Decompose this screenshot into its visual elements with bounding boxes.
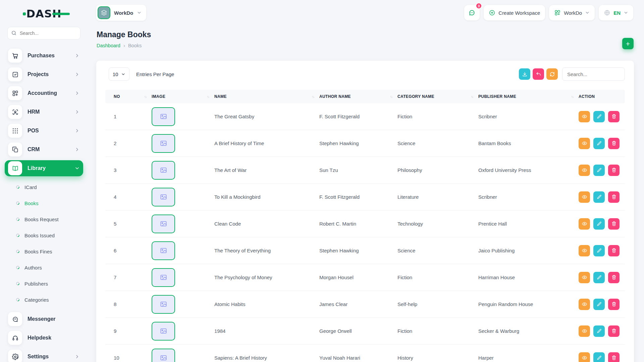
delete-button[interactable] [608, 111, 620, 122]
table-search-input[interactable] [562, 67, 625, 81]
delete-button[interactable] [608, 299, 620, 310]
sort-icon[interactable]: ↑↓ [144, 95, 147, 99]
sidebar-subitem-books[interactable]: Books [0, 195, 88, 211]
column-header-name[interactable]: NAME↑↓ [214, 94, 319, 99]
export-button[interactable] [519, 68, 530, 80]
workspace-selector[interactable]: WorkDo [96, 5, 146, 21]
delete-button[interactable] [608, 138, 620, 149]
column-header-action: ACTION [579, 94, 625, 99]
sort-icon[interactable]: ↑↓ [312, 95, 314, 99]
app-switcher-button[interactable]: WorkDo [549, 5, 595, 20]
sidebar-item-library[interactable]: Library [5, 160, 83, 176]
sidebar-search-input[interactable] [7, 27, 80, 40]
cell-category: History [397, 355, 478, 361]
sidebar-item-projects[interactable]: Projects [5, 66, 83, 82]
delete-button[interactable] [608, 272, 620, 283]
book-image-placeholder [152, 188, 175, 206]
sidebar-subitem-books-fines[interactable]: Books Fines [0, 243, 88, 259]
eye-icon [582, 194, 587, 200]
column-header-no[interactable]: NO↑↓ [105, 94, 152, 99]
sidebar-item-pos[interactable]: POS [5, 123, 83, 139]
cell-author: Stephen Hawking [319, 140, 397, 146]
sidebar-item-label: Library [28, 165, 46, 171]
cell-category: Science [397, 248, 478, 253]
column-header-publisher-name[interactable]: PUBLISHER NAME↑↓ [478, 94, 579, 99]
sort-icon[interactable]: ↑↓ [571, 95, 574, 99]
edit-button[interactable] [593, 272, 605, 283]
cell-action [579, 299, 625, 310]
edit-button[interactable] [593, 111, 605, 122]
cell-category: Fiction [397, 328, 478, 334]
sidebar-subitem-books-request[interactable]: Books Request [0, 211, 88, 227]
view-button[interactable] [579, 352, 590, 362]
view-button[interactable] [579, 218, 590, 230]
cell-author: James Clear [319, 301, 397, 307]
trash-icon [611, 194, 617, 200]
eye-icon [582, 301, 587, 307]
sidebar-subitem-icard[interactable]: ICard [0, 179, 88, 195]
edit-button[interactable] [593, 299, 605, 310]
edit-button[interactable] [593, 245, 605, 256]
column-header-image[interactable]: IMAGE↑↓ [152, 94, 214, 99]
brand-logo[interactable]: DASH [26, 7, 61, 20]
view-button[interactable] [579, 272, 590, 283]
view-button[interactable] [579, 325, 590, 337]
table-row: 7The Psychology of MoneyMorgan HouselFic… [105, 264, 625, 291]
cell-publisher: Scribner [478, 114, 579, 119]
view-button[interactable] [579, 191, 590, 203]
edit-button[interactable] [593, 191, 605, 203]
pencil-icon [596, 221, 602, 227]
view-button[interactable] [579, 299, 590, 310]
edit-button[interactable] [593, 165, 605, 176]
delete-button[interactable] [608, 325, 620, 337]
view-button[interactable] [579, 245, 590, 256]
reset-button[interactable] [533, 68, 544, 80]
sidebar-subitem-publishers[interactable]: Publishers [0, 276, 88, 292]
sidebar-subitem-categories[interactable]: Categories [0, 292, 88, 308]
sidebar-item-hrm[interactable]: HRM [5, 104, 83, 120]
delete-button[interactable] [608, 165, 620, 176]
view-button[interactable] [579, 138, 590, 149]
image-placeholder-icon [160, 300, 167, 308]
refresh-button[interactable] [546, 68, 558, 80]
view-button[interactable] [579, 165, 590, 176]
breadcrumb-dashboard-link[interactable]: Dashboard [97, 43, 120, 48]
undo-icon [536, 71, 541, 77]
breadcrumb-separator: › [123, 43, 125, 48]
entries-per-page-select[interactable]: 10 [109, 67, 129, 81]
sort-icon[interactable]: ↑↓ [471, 95, 473, 99]
delete-button[interactable] [608, 245, 620, 256]
cell-image [152, 349, 214, 362]
cell-image [152, 215, 214, 233]
sidebar-item-settings[interactable]: Settings [5, 349, 83, 362]
edit-button[interactable] [593, 218, 605, 230]
column-header-category-name[interactable]: CATEGORY NAME↑↓ [397, 94, 478, 99]
view-button[interactable] [579, 111, 590, 122]
edit-button[interactable] [593, 138, 605, 149]
sidebar-item-helpdesk[interactable]: Helpdesk [5, 330, 83, 346]
create-workspace-button[interactable]: Create Workspace [484, 5, 545, 20]
sort-icon[interactable]: ↑↓ [207, 95, 209, 99]
cell-publisher: Penguin Random House [478, 301, 579, 307]
edit-button[interactable] [593, 325, 605, 337]
cell-name: Clean Code [214, 221, 319, 227]
sort-icon[interactable]: ↑↓ [390, 95, 392, 99]
column-header-author-name[interactable]: AUTHOR NAME↑↓ [319, 94, 397, 99]
delete-button[interactable] [608, 218, 620, 230]
language-selector[interactable]: EN [599, 5, 633, 20]
delete-button[interactable] [608, 191, 620, 203]
sidebar-subitem-books-issued[interactable]: Books Issued [0, 227, 88, 243]
image-placeholder-icon [160, 327, 167, 335]
sidebar-item-accounting[interactable]: Accounting [5, 85, 83, 101]
add-book-button[interactable]: + [622, 38, 634, 49]
sidebar-subitem-authors[interactable]: Authors [0, 259, 88, 276]
sidebar-item-crm[interactable]: CRM [5, 141, 83, 158]
messages-button[interactable]: 0 [464, 5, 480, 20]
delete-button[interactable] [608, 352, 620, 362]
sidebar-item-messenger[interactable]: Messenger [5, 311, 83, 327]
sidebar-submenu-library: ICardBooksBooks RequestBooks IssuedBooks… [0, 179, 88, 308]
sidebar-item-purchases[interactable]: Purchases [5, 48, 83, 64]
sidebar-item-label: CRM [28, 146, 40, 153]
edit-button[interactable] [593, 352, 605, 362]
eye-icon [582, 355, 587, 361]
